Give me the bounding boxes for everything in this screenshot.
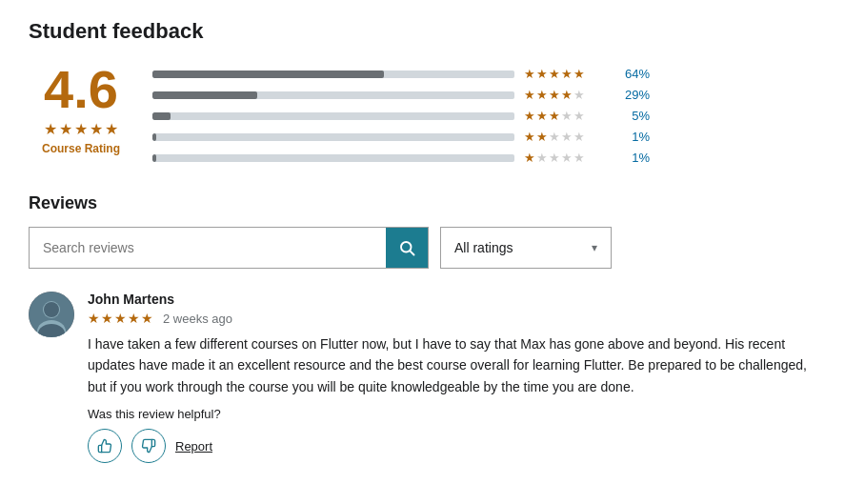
bar-fill-3 — [152, 112, 171, 120]
rating-summary: 4.6 ★ ★ ★ ★ ★ Course Rating — [29, 63, 133, 155]
bar-stars-1: ★ ★ ★ ★ ★ — [524, 151, 610, 165]
bar-fill-1 — [152, 154, 156, 162]
bar-pct-1: 1% — [619, 151, 650, 165]
helpful-actions: Report — [88, 429, 816, 463]
bar-stars-4: ★ ★ ★ ★ ★ — [524, 88, 610, 102]
bar-fill-5 — [152, 71, 384, 78]
summary-stars: ★ ★ ★ ★ ★ — [44, 120, 118, 138]
thumbs-down-button[interactable] — [131, 429, 166, 463]
bar-stars-5: ★ ★ ★ ★ ★ — [524, 67, 610, 81]
review-text: I have taken a few different courses on … — [88, 333, 816, 397]
bar-track-4 — [152, 91, 514, 99]
bar-row-5: ★ ★ ★ ★ ★ 64% — [152, 67, 816, 81]
search-row: All ratings ▾ — [29, 227, 816, 269]
reviews-section: Reviews All ratings ▾ — [29, 193, 816, 463]
review-content: John Martens ★ ★ ★ ★ ★ 2 weeks ago I hav… — [88, 292, 816, 463]
search-box — [29, 227, 429, 269]
big-rating-value: 4.6 — [44, 63, 118, 116]
course-rating-label: Course Rating — [42, 142, 120, 155]
bar-row-1: ★ ★ ★ ★ ★ 1% — [152, 151, 816, 165]
thumbs-up-icon — [97, 438, 112, 454]
bar-pct-5: 64% — [619, 67, 650, 81]
review-meta: ★ ★ ★ ★ ★ 2 weeks ago — [88, 311, 816, 326]
reviews-title: Reviews — [29, 193, 816, 213]
svg-point-5 — [44, 302, 59, 317]
bar-stars-3: ★ ★ ★ ★ ★ — [524, 109, 610, 123]
bar-stars-2: ★ ★ ★ ★ ★ — [524, 130, 610, 144]
chevron-down-icon: ▾ — [592, 241, 597, 254]
rating-bars: ★ ★ ★ ★ ★ 64% ★ ★ ★ ★ ★ 29% — [152, 63, 816, 165]
review-time: 2 weeks ago — [163, 312, 232, 326]
search-input[interactable] — [30, 228, 386, 268]
star-2: ★ — [59, 120, 72, 138]
star-5-half: ★ — [105, 120, 118, 138]
bar-fill-2 — [152, 133, 156, 141]
review-stars: ★ ★ ★ ★ ★ — [88, 311, 153, 326]
bar-fill-4 — [152, 91, 257, 99]
svg-line-1 — [410, 251, 413, 254]
search-button[interactable] — [386, 228, 428, 268]
thumbs-down-icon — [141, 438, 156, 454]
filter-value: All ratings — [454, 240, 513, 255]
star-1: ★ — [44, 120, 57, 138]
bar-pct-4: 29% — [619, 88, 650, 102]
search-icon — [398, 239, 415, 256]
star-4: ★ — [90, 120, 103, 138]
bar-row-4: ★ ★ ★ ★ ★ 29% — [152, 88, 816, 102]
bar-track-5 — [152, 71, 514, 78]
thumbs-up-button[interactable] — [88, 429, 122, 463]
review-item: John Martens ★ ★ ★ ★ ★ 2 weeks ago I hav… — [29, 292, 816, 463]
bar-track-2 — [152, 133, 514, 141]
star-3: ★ — [74, 120, 88, 138]
bar-track-1 — [152, 154, 514, 162]
page-title: Student feedback — [29, 19, 816, 44]
report-button[interactable]: Report — [175, 439, 212, 454]
bar-row-2: ★ ★ ★ ★ ★ 1% — [152, 130, 816, 144]
feedback-section: 4.6 ★ ★ ★ ★ ★ Course Rating ★ ★ ★ ★ ★ 64… — [29, 63, 816, 165]
bar-track-3 — [152, 112, 514, 120]
bar-pct-2: 1% — [619, 130, 650, 144]
helpful-label: Was this review helpful? — [88, 407, 816, 421]
avatar — [29, 292, 74, 337]
bar-pct-3: 5% — [619, 109, 650, 123]
avatar-image — [29, 292, 74, 337]
filter-dropdown[interactable]: All ratings ▾ — [440, 227, 612, 269]
bar-row-3: ★ ★ ★ ★ ★ 5% — [152, 109, 816, 123]
reviewer-name: John Martens — [88, 292, 816, 307]
